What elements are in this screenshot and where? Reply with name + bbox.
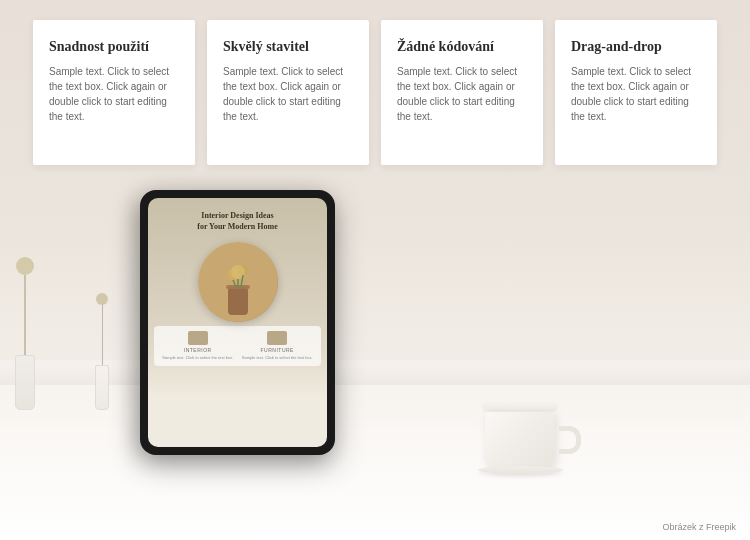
cup-body: [485, 412, 555, 470]
interior-label: INTERIOR: [160, 347, 236, 353]
desk-surface: [0, 360, 750, 540]
card-2-title: Skvělý stavitel: [223, 38, 353, 56]
tablet-wrapper: Interior Design Ideas for Your Modern Ho…: [140, 190, 335, 455]
card-1-title: Snadnost použití: [49, 38, 179, 56]
cup-handle: [559, 426, 581, 454]
card-3[interactable]: Žádné kódování Sample text. Click to sel…: [381, 20, 543, 165]
coffee-cup: [485, 402, 565, 470]
cup-wrapper: [485, 402, 565, 470]
plant-stem-right: [102, 305, 103, 365]
interior-icon: [188, 331, 208, 345]
vase-right: [95, 365, 109, 410]
attribution: Obrázek z Freepik: [662, 522, 736, 532]
card-3-title: Žádné kódování: [397, 38, 527, 56]
svg-rect-1: [228, 287, 248, 315]
attribution-text: Obrázek z Freepik: [662, 522, 736, 532]
card-4-text: Sample text. Click to select the text bo…: [571, 64, 701, 124]
tablet-screen: Interior Design Ideas for Your Modern Ho…: [148, 198, 327, 447]
cup-rim: [483, 402, 557, 410]
wall-shadow: [0, 365, 750, 385]
tablet-bottom-strip: INTERIOR Sample text. Click to select th…: [154, 326, 321, 366]
cards-section: Snadnost použití Sample text. Click to s…: [0, 20, 750, 165]
furniture-label: FURNITURE: [240, 347, 316, 353]
plant-head-left: [16, 257, 34, 275]
plant-left: [15, 257, 35, 410]
tablet-col-furniture: FURNITURE Sample text. Click to select t…: [240, 331, 316, 361]
card-2[interactable]: Skvělý stavitel Sample text. Click to se…: [207, 20, 369, 165]
furniture-icon: [267, 331, 287, 345]
tablet-title: Interior Design Ideas for Your Modern Ho…: [158, 210, 317, 232]
plant-stem-left: [24, 275, 26, 355]
tablet-hero-image: [198, 242, 278, 322]
card-1-text: Sample text. Click to select the text bo…: [49, 64, 179, 124]
interior-text: Sample text. Click to select the text bo…: [160, 355, 236, 361]
furniture-text: Sample text. Click to select the text bo…: [240, 355, 316, 361]
tablet: Interior Design Ideas for Your Modern Ho…: [140, 190, 335, 455]
plant-right: [95, 293, 109, 410]
card-2-text: Sample text. Click to select the text bo…: [223, 64, 353, 124]
tablet-bottom-grid: INTERIOR Sample text. Click to select th…: [160, 331, 315, 361]
card-3-text: Sample text. Click to select the text bo…: [397, 64, 527, 124]
plant-head-right: [96, 293, 108, 305]
card-1[interactable]: Snadnost použití Sample text. Click to s…: [33, 20, 195, 165]
vase-left: [15, 355, 35, 410]
tablet-header: Interior Design Ideas for Your Modern Ho…: [148, 198, 327, 238]
card-4[interactable]: Drag-and-drop Sample text. Click to sele…: [555, 20, 717, 165]
card-4-title: Drag-and-drop: [571, 38, 701, 56]
tablet-col-interior: INTERIOR Sample text. Click to select th…: [160, 331, 236, 361]
cup-saucer: [478, 466, 563, 474]
